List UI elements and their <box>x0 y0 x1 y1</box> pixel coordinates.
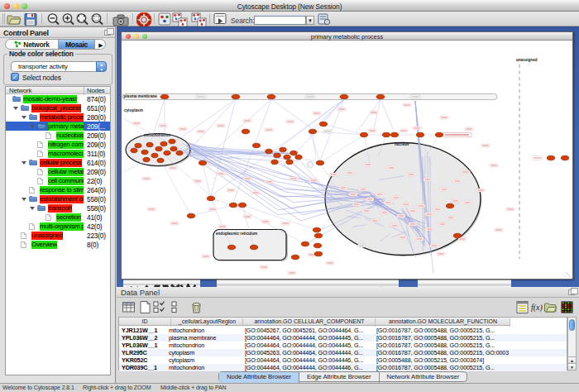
svg-text:f(x): f(x) <box>531 303 543 313</box>
svg-text:endoplasmic reticulum: endoplasmic reticulum <box>216 232 257 236</box>
svg-text:unassigned: unassigned <box>516 58 538 62</box>
svg-text:plasma membrane: plasma membrane <box>124 94 158 98</box>
svg-text:mitochondrion: mitochondrion <box>144 133 170 137</box>
svg-text:cytoplasm: cytoplasm <box>124 108 143 112</box>
svg-text:nucleus: nucleus <box>395 142 409 146</box>
